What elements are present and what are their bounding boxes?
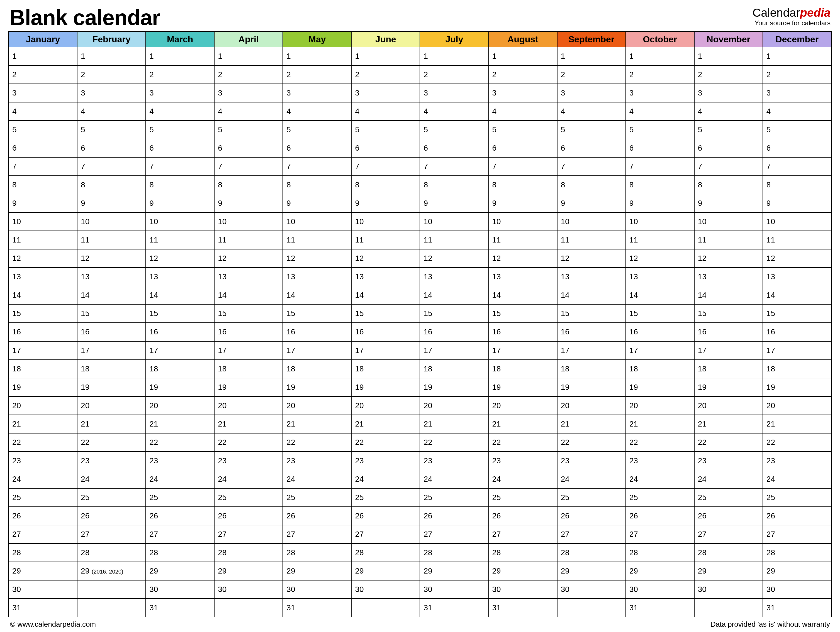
day-cell: 28	[77, 544, 146, 562]
day-cell: 30	[694, 580, 763, 599]
day-cell: 3	[9, 84, 77, 102]
day-cell: 4	[77, 102, 146, 121]
day-cell: 21	[283, 415, 351, 433]
day-cell: 27	[694, 525, 763, 544]
day-cell: 7	[9, 157, 77, 176]
day-row: 444444444444	[9, 102, 831, 121]
day-cell: 10	[77, 213, 146, 231]
day-cell: 6	[146, 139, 214, 157]
day-cell: 24	[9, 470, 77, 489]
day-cell: 8	[214, 176, 283, 194]
day-cell: 5	[763, 121, 831, 139]
day-cell: 21	[77, 415, 146, 433]
day-cell: 18	[694, 360, 763, 378]
day-cell: 22	[694, 433, 763, 452]
day-cell: 2	[146, 65, 214, 84]
day-cell: 12	[283, 249, 351, 268]
day-cell: 6	[420, 139, 488, 157]
day-cell: 24	[214, 470, 283, 489]
day-cell: 30	[763, 580, 831, 599]
day-cell: 11	[420, 231, 488, 249]
day-cell: 25	[146, 489, 214, 507]
day-cell: 13	[9, 268, 77, 286]
day-cell: 2	[283, 65, 351, 84]
day-cell: 31	[146, 599, 214, 617]
day-cell: 12	[214, 249, 283, 268]
day-cell: 14	[694, 286, 763, 304]
month-header-june: June	[351, 32, 420, 47]
day-cell: 7	[694, 157, 763, 176]
day-cell: 23	[283, 452, 351, 470]
day-cell: 5	[489, 121, 557, 139]
day-cell: 18	[489, 360, 557, 378]
day-cell: 19	[9, 378, 77, 396]
day-cell: 29	[626, 562, 694, 580]
day-cell: 8	[557, 176, 626, 194]
day-cell: 11	[626, 231, 694, 249]
day-cell: 20	[77, 396, 146, 415]
day-cell: 19	[626, 378, 694, 396]
day-cell: 5	[694, 121, 763, 139]
day-cell: 19	[557, 378, 626, 396]
day-cell: 26	[420, 507, 488, 525]
day-cell: 25	[489, 489, 557, 507]
day-cell: 6	[557, 139, 626, 157]
day-cell: 7	[763, 157, 831, 176]
calendar-page: Blank calendar Calendarpedia Your source…	[0, 0, 840, 632]
day-cell: 10	[626, 213, 694, 231]
day-cell: 19	[214, 378, 283, 396]
day-cell: 16	[283, 323, 351, 341]
calendar-body: 1111111111112222222222223333333333334444…	[9, 47, 831, 617]
day-cell: 13	[146, 268, 214, 286]
day-cell: 30	[489, 580, 557, 599]
day-cell: 18	[351, 360, 420, 378]
day-cell: 2	[489, 65, 557, 84]
day-cell: 28	[9, 544, 77, 562]
day-row: 31313131313131	[9, 599, 831, 617]
day-row: 272727272727272727272727	[9, 525, 831, 544]
day-cell: 25	[694, 489, 763, 507]
day-cell: 12	[626, 249, 694, 268]
day-cell: 8	[694, 176, 763, 194]
day-cell: 18	[763, 360, 831, 378]
day-cell: 20	[420, 396, 488, 415]
day-cell: 23	[626, 452, 694, 470]
day-cell: 20	[557, 396, 626, 415]
day-cell: 24	[146, 470, 214, 489]
day-cell: 14	[763, 286, 831, 304]
day-cell: 11	[214, 231, 283, 249]
day-cell: 9	[77, 194, 146, 213]
day-cell: 10	[9, 213, 77, 231]
day-cell: 1	[763, 47, 831, 65]
day-row: 212121212121212121212121	[9, 415, 831, 433]
day-cell: 12	[763, 249, 831, 268]
day-cell: 29	[9, 562, 77, 580]
day-cell: 22	[351, 433, 420, 452]
day-cell: 17	[557, 341, 626, 360]
day-cell: 5	[283, 121, 351, 139]
day-cell: 6	[626, 139, 694, 157]
day-row: 888888888888	[9, 176, 831, 194]
day-cell: 27	[489, 525, 557, 544]
day-cell: 18	[420, 360, 488, 378]
day-cell: 5	[214, 121, 283, 139]
day-cell: 28	[626, 544, 694, 562]
day-cell: 13	[351, 268, 420, 286]
day-cell: 4	[214, 102, 283, 121]
month-header-february: February	[77, 32, 146, 47]
day-cell: 1	[557, 47, 626, 65]
day-cell: 17	[283, 341, 351, 360]
day-cell: 2	[557, 65, 626, 84]
day-row: 555555555555	[9, 121, 831, 139]
day-cell: 16	[489, 323, 557, 341]
day-cell: 5	[557, 121, 626, 139]
day-cell: 16	[214, 323, 283, 341]
brand-main: Calendar	[753, 6, 800, 19]
day-cell: 15	[557, 304, 626, 323]
day-cell: 13	[214, 268, 283, 286]
day-cell: 3	[146, 84, 214, 102]
day-cell: 21	[626, 415, 694, 433]
day-cell: 14	[9, 286, 77, 304]
day-cell: 1	[489, 47, 557, 65]
day-cell: 21	[214, 415, 283, 433]
